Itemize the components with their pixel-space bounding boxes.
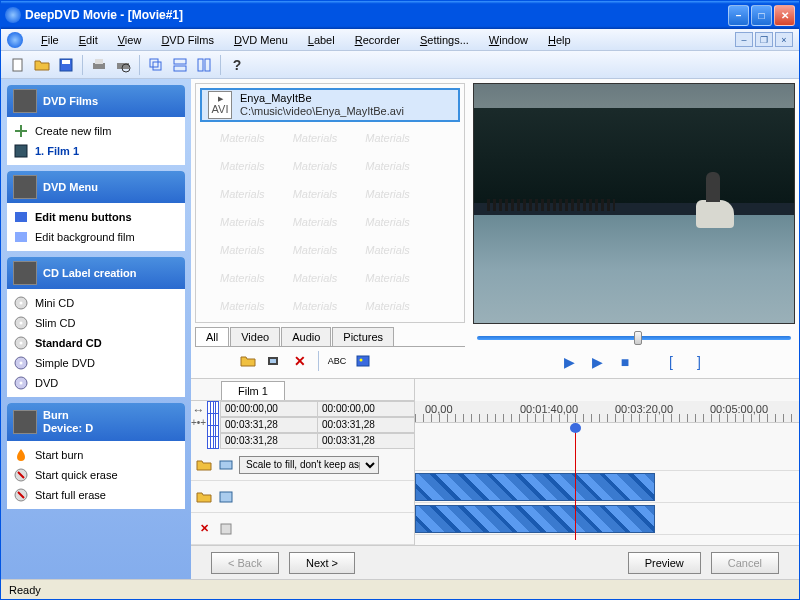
- minimize-button[interactable]: –: [728, 5, 749, 26]
- app-icon: [5, 7, 21, 23]
- mat-tab-video[interactable]: Video: [230, 327, 280, 346]
- wizard-buttons: < Back Next > Preview Cancel: [191, 545, 799, 579]
- menu-edit[interactable]: Edit: [69, 32, 108, 48]
- track-folder-icon-2[interactable]: [195, 488, 213, 506]
- content-area: MaterialsMaterialsMaterialsMaterialsMate…: [191, 79, 799, 579]
- menu-label[interactable]: Label: [298, 32, 345, 48]
- material-tabs: AllVideoAudioPictures: [195, 327, 465, 346]
- sidebar-item-mini-cd[interactable]: Mini CD: [7, 293, 185, 313]
- ruler-mark: 00:01:40,00: [520, 403, 578, 415]
- sidebar-header-dvd-films[interactable]: DVD Films: [7, 85, 185, 117]
- mat-image-button[interactable]: [352, 350, 374, 372]
- preview-video[interactable]: [473, 83, 795, 324]
- menu-view[interactable]: View: [108, 32, 152, 48]
- playhead[interactable]: [575, 423, 576, 540]
- preview-slider[interactable]: [473, 330, 795, 346]
- print-preview-button[interactable]: [112, 54, 134, 76]
- mat-capture-button[interactable]: [263, 350, 285, 372]
- sidebar-item-standard-cd[interactable]: Standard CD: [7, 333, 185, 353]
- app-menu-icon[interactable]: [7, 32, 23, 48]
- svg-rect-4: [95, 59, 103, 64]
- zoom-fit-icon[interactable]: ↔: [193, 403, 205, 417]
- sidebar-item-dvd[interactable]: DVD: [7, 373, 185, 393]
- menu-window[interactable]: Window: [479, 32, 538, 48]
- sidebar-header-cd-label[interactable]: CD Label creation: [7, 257, 185, 289]
- sidebar-item-1--film-1[interactable]: 1. Film 1: [7, 141, 185, 161]
- clip-video-2[interactable]: [415, 505, 655, 533]
- mat-open-button[interactable]: [237, 350, 259, 372]
- cascade-button[interactable]: [145, 54, 167, 76]
- maximize-button[interactable]: □: [751, 5, 772, 26]
- tile-h-button[interactable]: [169, 54, 191, 76]
- sidebar-item-start-quick-erase[interactable]: Start quick erase: [7, 465, 185, 485]
- back-button[interactable]: < Back: [211, 552, 279, 574]
- stop-button[interactable]: ■: [615, 353, 635, 371]
- material-name: Enya_MayItBe: [240, 92, 404, 105]
- app-window: DeepDVD Movie - [Movie#1] – □ ✕ FileEdit…: [0, 0, 800, 600]
- menu-settings[interactable]: Settings...: [410, 32, 479, 48]
- track-img-icon[interactable]: [217, 488, 235, 506]
- sidebar-item-simple-dvd[interactable]: Simple DVD: [7, 353, 185, 373]
- sidebar-item-start-burn[interactable]: Start burn: [7, 445, 185, 465]
- mdi-restore-button[interactable]: ❐: [755, 32, 773, 47]
- timeline-strip[interactable]: [415, 423, 799, 471]
- mat-tab-audio[interactable]: Audio: [281, 327, 331, 346]
- open-button[interactable]: [31, 54, 53, 76]
- mat-tab-pictures[interactable]: Pictures: [332, 327, 394, 346]
- materials-list[interactable]: MaterialsMaterialsMaterialsMaterialsMate…: [195, 83, 465, 323]
- track-video-icon[interactable]: [217, 456, 235, 474]
- tile-v-button[interactable]: [193, 54, 215, 76]
- preview-controls: ▶ ▶ ■ [ ]: [473, 350, 795, 374]
- help-button[interactable]: ?: [226, 54, 248, 76]
- track-ctrl-del: ✕: [191, 513, 414, 545]
- track-misc-icon[interactable]: [217, 520, 235, 538]
- mat-text-button[interactable]: ABC: [326, 350, 348, 372]
- sidebar-item-slim-cd[interactable]: Slim CD: [7, 313, 185, 333]
- tl-time-cell: 00:00:00,00: [220, 401, 317, 417]
- cancel-button[interactable]: Cancel: [711, 552, 779, 574]
- scale-select[interactable]: Scale to fill, don't keep asp: [239, 456, 379, 474]
- menu-file[interactable]: File: [31, 32, 69, 48]
- sidebar-header-burn[interactable]: Burn Device: D: [7, 403, 185, 441]
- timeline-tab-film1[interactable]: Film 1: [221, 381, 285, 400]
- mdi-close-button[interactable]: ×: [775, 32, 793, 47]
- menu-recorder[interactable]: Recorder: [345, 32, 410, 48]
- save-button[interactable]: [55, 54, 77, 76]
- preview-button[interactable]: Preview: [628, 552, 701, 574]
- next-button[interactable]: Next >: [289, 552, 355, 574]
- zoom-button[interactable]: +•+: [191, 417, 206, 428]
- titlebar[interactable]: DeepDVD Movie - [Movie#1] – □ ✕: [1, 1, 799, 29]
- sidebar-header-dvd-menu[interactable]: DVD Menu: [7, 171, 185, 203]
- video-track-1[interactable]: [415, 471, 799, 503]
- menu-dvdfilms[interactable]: DVD Films: [151, 32, 224, 48]
- menu-dvdmenu[interactable]: DVD Menu: [224, 32, 298, 48]
- sidebar-item-edit-menu-buttons[interactable]: Edit menu buttons: [7, 207, 185, 227]
- video-track-2[interactable]: [415, 503, 799, 535]
- grid-icon[interactable]: [207, 401, 219, 449]
- svg-point-19: [20, 302, 23, 305]
- new-button[interactable]: [7, 54, 29, 76]
- avi-icon: ▶AVI: [208, 91, 232, 119]
- main-area: DVD FilmsCreate new film1. Film 1DVD Men…: [1, 79, 799, 579]
- clip-video-1[interactable]: [415, 473, 655, 501]
- track-ctrl-video: Scale to fill, don't keep asp: [191, 449, 414, 481]
- timeline-ruler[interactable]: 00,0000:01:40,0000:03:20,0000:05:00,0000…: [415, 401, 799, 423]
- mat-tab-all[interactable]: All: [195, 327, 229, 346]
- play-button[interactable]: ▶: [587, 353, 607, 371]
- mark-out-button[interactable]: ]: [689, 353, 709, 371]
- mark-in-button[interactable]: [: [661, 353, 681, 371]
- tl-time-cell: 00:03:31,28: [220, 417, 317, 433]
- sidebar-item-start-full-erase[interactable]: Start full erase: [7, 485, 185, 505]
- print-button[interactable]: [88, 54, 110, 76]
- close-button[interactable]: ✕: [774, 5, 795, 26]
- mat-delete-button[interactable]: ✕: [289, 350, 311, 372]
- sidebar-item-create-new-film[interactable]: Create new film: [7, 121, 185, 141]
- material-item[interactable]: ▶AVI Enya_MayItBe C:\music\video\Enya_Ma…: [200, 88, 460, 122]
- sidebar-item-edit-background-film[interactable]: Edit background film: [7, 227, 185, 247]
- slider-thumb[interactable]: [634, 331, 642, 345]
- play-start-button[interactable]: ▶: [559, 353, 579, 371]
- mdi-minimize-button[interactable]: –: [735, 32, 753, 47]
- track-folder-icon[interactable]: [195, 456, 213, 474]
- track-delete-icon[interactable]: ✕: [195, 520, 213, 538]
- menu-help[interactable]: Help: [538, 32, 581, 48]
